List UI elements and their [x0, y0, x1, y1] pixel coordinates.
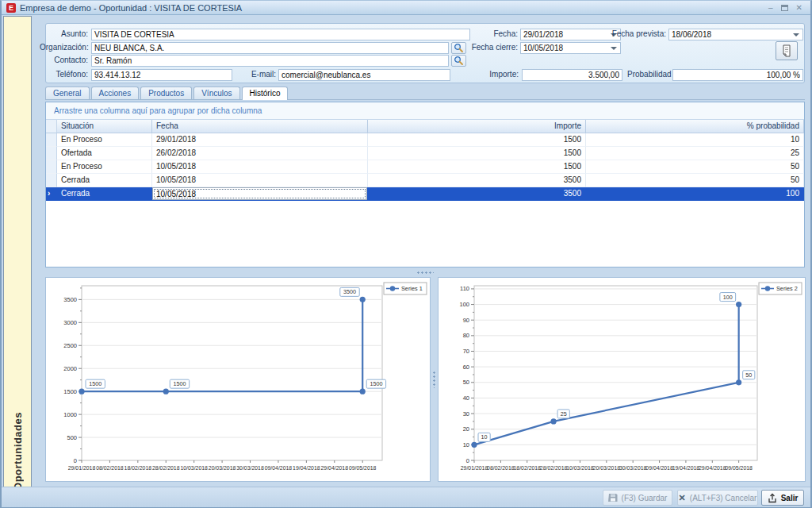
- tab-productos[interactable]: Productos: [140, 87, 192, 99]
- cell-importe[interactable]: 3500: [368, 174, 586, 187]
- tab-general[interactable]: General: [45, 87, 90, 99]
- cell-probabilidad[interactable]: 100: [586, 187, 804, 201]
- fecha-prevista-field[interactable]: 18/06/2018: [668, 29, 803, 40]
- svg-text:10/03/2018: 10/03/2018: [180, 465, 208, 471]
- svg-text:3000: 3000: [63, 319, 77, 326]
- contacto-field[interactable]: Sr. Ramón: [91, 55, 449, 67]
- contacto-search-button[interactable]: [451, 55, 466, 67]
- table-row[interactable]: En Proceso 10/05/2018 1500 50: [46, 160, 804, 174]
- cell-fecha[interactable]: 10/05/2018: [152, 187, 368, 201]
- probabilidad-line-chart: 010203040506070809010011029/01/201808/02…: [439, 278, 805, 481]
- cell-situacion[interactable]: Ofertada: [57, 147, 152, 160]
- importe-field[interactable]: 3.500,00: [522, 69, 622, 81]
- column-header-fecha[interactable]: Fecha: [152, 120, 368, 133]
- svg-text:30/03/2018: 30/03/2018: [619, 465, 647, 471]
- svg-text:3500: 3500: [343, 288, 356, 295]
- cell-situacion[interactable]: En Proceso: [57, 160, 152, 174]
- window-title: Empresa de demo - Oportunidad : VISITA D…: [20, 3, 764, 13]
- svg-text:50: 50: [745, 371, 752, 379]
- search-icon: [454, 56, 464, 66]
- cell-importe[interactable]: 1500: [368, 147, 586, 160]
- group-by-hint[interactable]: Arrastre una columna aquí para agrupar p…: [46, 102, 804, 120]
- sidebar-oportunidades[interactable]: Oportunidades: [3, 16, 32, 499]
- svg-text:1500: 1500: [370, 380, 382, 387]
- search-icon: [454, 43, 464, 53]
- importe-label: Importe:: [479, 69, 519, 80]
- fecha-field[interactable]: 29/01/2018: [520, 29, 621, 40]
- contacto-label: Contacto:: [49, 55, 88, 66]
- save-icon: [608, 493, 618, 502]
- asunto-label: Asunto:: [49, 29, 88, 40]
- table-row[interactable]: En Proceso 29/01/2018 1500 10: [46, 133, 804, 147]
- salir-label: Salir: [781, 494, 799, 502]
- svg-text:Series 1: Series 1: [401, 285, 423, 292]
- cancelar-button[interactable]: ✕ (ALT+F3) Cancelar: [677, 490, 758, 506]
- tab-acciones[interactable]: Acciones: [91, 87, 140, 99]
- svg-text:29/01/2018: 29/01/2018: [461, 465, 488, 471]
- minimize-button[interactable]: –: [768, 4, 773, 12]
- svg-text:100: 100: [459, 301, 469, 308]
- cancelar-label: (ALT+F3) Cancelar: [690, 494, 757, 502]
- tab-vínculos[interactable]: Vínculos: [193, 87, 239, 99]
- cell-importe[interactable]: 1500: [368, 133, 586, 147]
- email-label: E-mail:: [236, 69, 276, 80]
- organizacion-field[interactable]: NEU BLANCA, S.A.: [91, 42, 449, 54]
- cell-fecha[interactable]: 29/01/2018: [152, 133, 368, 147]
- svg-text:90: 90: [463, 317, 469, 324]
- svg-text:10: 10: [481, 433, 488, 441]
- probabilidad-label: Probabilidad: [627, 69, 670, 80]
- cell-fecha[interactable]: 26/02/2018: [152, 147, 368, 160]
- table-row[interactable]: Ofertada 26/02/2018 1500 25: [46, 147, 804, 160]
- fecha-label: Fecha:: [478, 29, 518, 40]
- cell-importe[interactable]: 1500: [368, 160, 586, 174]
- salir-button[interactable]: Salir: [761, 490, 804, 506]
- cell-fecha[interactable]: 10/05/2018: [152, 160, 368, 174]
- telefono-field[interactable]: 93.414.13.12: [91, 69, 232, 81]
- cell-importe[interactable]: 3500: [368, 187, 586, 201]
- svg-text:08/02/2018: 08/02/2018: [96, 465, 124, 471]
- opportunity-form: Asunto: VISITA DE CORTESIA Organización:…: [45, 23, 805, 83]
- cell-probabilidad[interactable]: 25: [586, 147, 804, 160]
- table-row[interactable]: Cerrada 10/05/2018 3500 50: [46, 174, 804, 187]
- cell-situacion[interactable]: En Proceso: [57, 133, 152, 147]
- fecha-cierre-field[interactable]: 10/05/2018: [520, 42, 621, 54]
- fecha-prevista-label: Fecha prevista:: [611, 29, 666, 40]
- svg-text:20: 20: [463, 425, 469, 433]
- app-icon: E: [6, 3, 16, 13]
- probabilidad-field[interactable]: 100,00 %: [672, 69, 803, 81]
- grid-corner-cell: [46, 120, 57, 133]
- svg-text:25: 25: [561, 410, 567, 418]
- table-row[interactable]: › Cerrada 10/05/2018 3500 100: [46, 187, 804, 201]
- report-button[interactable]: [776, 41, 798, 60]
- cell-fecha[interactable]: 10/05/2018: [152, 174, 368, 187]
- chart-importe-panel: 050010001500200025003000350029/01/201808…: [45, 277, 431, 482]
- vertical-splitter[interactable]: [431, 277, 438, 482]
- svg-text:1500: 1500: [63, 388, 77, 395]
- close-button[interactable]: ✕: [796, 4, 802, 12]
- svg-text:19/04/2018: 19/04/2018: [293, 465, 320, 471]
- svg-text:2500: 2500: [63, 342, 77, 349]
- horizontal-splitter[interactable]: [45, 268, 805, 276]
- svg-text:1500: 1500: [173, 380, 186, 387]
- column-header-importe[interactable]: Importe: [368, 120, 586, 133]
- svg-text:28/02/2018: 28/02/2018: [540, 465, 568, 471]
- email-field[interactable]: comercial@neublanca.es: [278, 69, 450, 81]
- guardar-button[interactable]: (F3) Guardar: [603, 490, 672, 506]
- cell-situacion[interactable]: Cerrada: [57, 187, 152, 201]
- tab-histórico[interactable]: Histórico: [242, 87, 289, 100]
- maximize-button[interactable]: [781, 5, 788, 11]
- grid-body: En Proceso 29/01/2018 1500 10 Ofertada 2…: [46, 133, 804, 201]
- column-header-situacion[interactable]: Situación: [57, 120, 152, 133]
- cell-probabilidad[interactable]: 50: [586, 160, 804, 174]
- column-header-probabilidad[interactable]: % probabilidad: [586, 120, 804, 133]
- svg-text:0: 0: [74, 457, 77, 464]
- svg-text:60: 60: [463, 364, 469, 371]
- asunto-field[interactable]: VISITA DE CORTESIA: [91, 29, 470, 40]
- cell-probabilidad[interactable]: 10: [586, 133, 804, 147]
- cell-probabilidad[interactable]: 50: [586, 174, 804, 187]
- row-indicator: [46, 160, 57, 174]
- exit-icon: [768, 493, 777, 503]
- organizacion-search-button[interactable]: [451, 42, 466, 54]
- cell-situacion[interactable]: Cerrada: [57, 174, 152, 187]
- row-indicator: [46, 133, 57, 147]
